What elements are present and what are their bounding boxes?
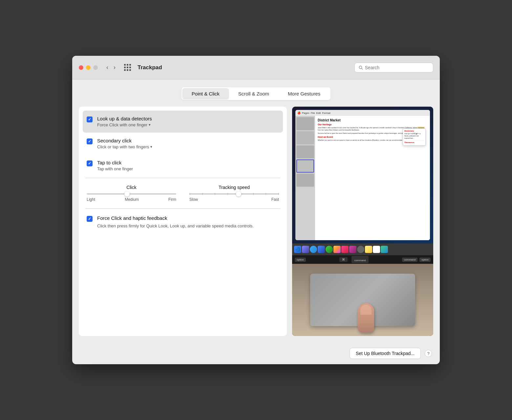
- dock-icon-photos: [333, 246, 341, 253]
- force-click-checkbox[interactable]: ✓: [87, 216, 93, 222]
- touchbar: option ⌘ command command option: [292, 255, 433, 264]
- close-button[interactable]: [79, 65, 83, 70]
- search-icon: [359, 65, 363, 70]
- dock-icon-music: [341, 246, 349, 253]
- tracking-slider-track[interactable]: [189, 193, 279, 195]
- window-title: Trackpad: [138, 64, 162, 71]
- secondary-click-title: Secondary click: [97, 138, 279, 143]
- menu-apple: 🍎: [297, 112, 301, 115]
- click-slider-group: Click Light Medium Firm: [87, 185, 176, 202]
- click-slider-thumb[interactable]: [124, 191, 130, 197]
- secondary-click-text: Secondary click Click or tap with two fi…: [97, 138, 279, 149]
- tab-more-gestures[interactable]: More Gestures: [279, 88, 330, 99]
- help-button[interactable]: ?: [425, 350, 432, 357]
- tracking-slider-group: Tracking speed Slow: [189, 185, 279, 202]
- force-click-row: ✓ Force Click and haptic feedback Click …: [83, 210, 283, 235]
- maximize-button[interactable]: [93, 65, 98, 70]
- dictionary-popup: Dictionary man·go /ˈmaNGɡō/ • a fleshy y…: [403, 128, 426, 146]
- screen-preview: 🍎 Pages File Edit Format: [292, 107, 433, 243]
- lookup-desc: Force Click with one finger ▾: [97, 122, 279, 127]
- right-preview-panel: 🍎 Pages File Edit Format: [292, 107, 433, 336]
- nav-buttons: ‹ ›: [104, 63, 117, 72]
- dock-area: 🔵: [292, 243, 433, 255]
- grid-icon[interactable]: [124, 64, 131, 71]
- menu-format: Format: [322, 112, 330, 115]
- back-button[interactable]: ‹: [104, 63, 110, 72]
- dock-icon-messages: [326, 246, 333, 253]
- mac-menubar: 🍎 Pages File Edit Format: [295, 110, 430, 116]
- dock-icon-maps: [381, 246, 388, 253]
- dock-icon-launchpad: [302, 246, 309, 253]
- forward-button[interactable]: ›: [112, 63, 117, 72]
- preview-image: 🍎 Pages File Edit Format: [292, 107, 433, 336]
- dock-icon-calendar: [373, 246, 380, 253]
- click-min-label: Light: [87, 197, 95, 202]
- main-window: ‹ › Trackpad Point & Click Scroll & Zoom…: [72, 56, 440, 364]
- tabs: Point & Click Scroll & Zoom More Gesture…: [181, 87, 331, 100]
- tab-point-click[interactable]: Point & Click: [182, 88, 229, 99]
- tap-desc: Tap with one finger: [97, 166, 279, 171]
- touchbar-cmd-symbol: ⌘: [342, 258, 345, 261]
- trackpad-surface: [310, 274, 415, 326]
- bottom-bar: Set Up Bluetooth Trackpad... ?: [72, 343, 440, 364]
- lookup-checkbox[interactable]: ✓: [87, 116, 93, 122]
- lookup-title: Look up & data detectors: [97, 116, 279, 121]
- pages-content: District Market Our Heritage Janet Mille…: [295, 116, 430, 240]
- content-area: Point & Click Scroll & Zoom More Gesture…: [72, 79, 440, 343]
- pages-document: District Market Our Heritage Janet Mille…: [315, 116, 430, 240]
- secondary-click-row: ✓ Secondary click Click or tap with two …: [83, 133, 283, 155]
- lookup-setting-text: Look up & data detectors Force Click wit…: [97, 116, 279, 127]
- menu-edit: Edit: [316, 112, 321, 115]
- dock-icon-settings: [357, 246, 364, 253]
- tap-title: Tap to click: [97, 160, 279, 165]
- dock-icon-notes: [365, 246, 372, 253]
- minimize-button[interactable]: [86, 65, 91, 70]
- touchbar-option2: option: [419, 258, 431, 262]
- titlebar: ‹ › Trackpad: [72, 56, 440, 79]
- main-panel: ✓ Look up & data detectors Force Click w…: [79, 107, 433, 336]
- click-slider-track[interactable]: [87, 193, 176, 195]
- menu-pages: Pages: [302, 112, 309, 115]
- tap-checkbox[interactable]: ✓: [87, 160, 93, 166]
- click-mid-label: Medium: [125, 197, 139, 202]
- mac-screen: 🍎 Pages File Edit Format: [295, 110, 430, 240]
- traffic-lights: [79, 65, 98, 70]
- dock-icon-itunes: [349, 246, 356, 253]
- thesaurus-title: Thesaurus: [404, 141, 424, 143]
- divider-2: [85, 208, 280, 209]
- bluetooth-trackpad-button[interactable]: Set Up Bluetooth Trackpad...: [350, 348, 421, 359]
- force-click-text: Force Click and haptic feedback Click th…: [97, 215, 254, 229]
- dock-icon-mail: [318, 246, 325, 253]
- sliders-section: Click Light Medium Firm: [83, 179, 283, 207]
- tap-setting-text: Tap to click Tap with one finger: [97, 160, 279, 171]
- click-slider-label: Click: [87, 185, 176, 190]
- force-click-title: Force Click and haptic feedback: [97, 215, 254, 221]
- dock-icon-safari: [310, 246, 317, 253]
- tracking-slider-labels: Slow Fast: [189, 197, 279, 202]
- click-slider-labels: Light Medium Firm: [87, 197, 176, 202]
- lookup-setting-row: ✓ Look up & data detectors Force Click w…: [83, 111, 283, 133]
- left-panel: ✓ Look up & data detectors Force Click w…: [79, 107, 287, 336]
- menu-file: File: [311, 112, 315, 115]
- search-input[interactable]: [365, 65, 429, 70]
- dict-title: Dictionary: [404, 130, 424, 132]
- secondary-click-desc: Click or tap with two fingers ▾: [97, 144, 279, 149]
- dict-text: man·go /ˈmaNGɡō/ • a fleshy yellowish-re…: [404, 133, 424, 139]
- tab-scroll-zoom[interactable]: Scroll & Zoom: [229, 88, 278, 99]
- search-box[interactable]: [354, 63, 433, 73]
- lookup-dropdown-arrow[interactable]: ▾: [149, 123, 151, 127]
- pages-doc-section: Our Heritage: [318, 123, 427, 126]
- tracking-slider-thumb[interactable]: [236, 191, 241, 197]
- divider-1: [85, 178, 280, 178]
- click-max-label: Firm: [168, 197, 176, 202]
- pages-sidebar: [295, 116, 315, 240]
- finger: [358, 303, 374, 333]
- sliders-row: Click Light Medium Firm: [87, 185, 279, 202]
- touchbar-option: option: [295, 258, 306, 262]
- svg-line-1: [362, 68, 363, 69]
- touchbar-cmd-label: command: [354, 259, 366, 262]
- tracking-min-label: Slow: [189, 197, 198, 202]
- touchbar-command: command: [402, 258, 417, 262]
- secondary-click-checkbox[interactable]: ✓: [87, 138, 93, 144]
- secondary-dropdown-arrow[interactable]: ▾: [150, 145, 152, 149]
